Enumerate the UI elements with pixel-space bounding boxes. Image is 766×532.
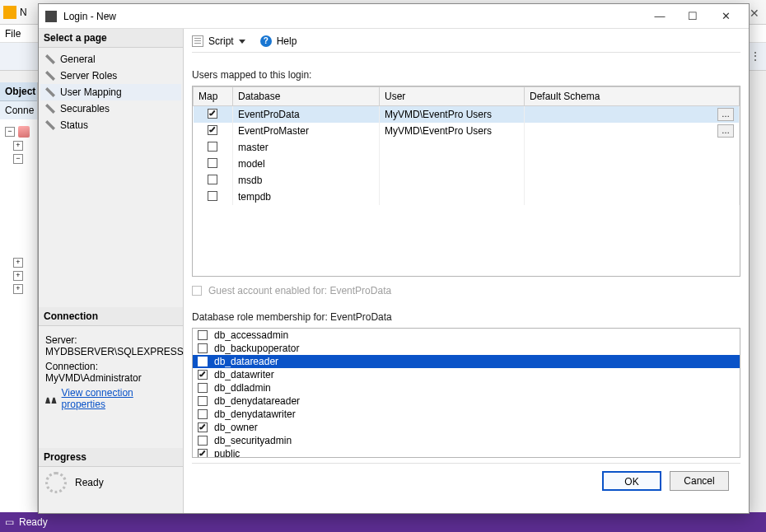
progress-header: Progress — [39, 448, 183, 467]
role-item[interactable]: db_denydatawriter — [193, 408, 740, 421]
col-user[interactable]: User — [380, 87, 525, 106]
db-cell[interactable]: tempdb — [233, 189, 380, 205]
tree-expand-icon[interactable]: + — [13, 271, 23, 281]
app-icon — [3, 6, 16, 19]
bg-close-x[interactable]: ✕ — [750, 7, 759, 20]
user-cell[interactable] — [380, 139, 525, 156]
bg-title: N — [20, 7, 27, 18]
role-item[interactable]: db_datawriter — [193, 368, 740, 381]
role-checkbox[interactable] — [198, 436, 208, 446]
map-checkbox[interactable] — [208, 175, 217, 184]
db-cell[interactable]: model — [233, 156, 380, 172]
user-cell[interactable] — [380, 189, 525, 205]
tree-collapse-icon[interactable]: − — [13, 154, 23, 164]
role-item[interactable]: public — [193, 447, 740, 458]
map-checkbox[interactable] — [208, 158, 217, 168]
map-checkbox[interactable] — [208, 109, 217, 119]
people-icon — [45, 394, 57, 404]
role-checkbox[interactable] — [198, 409, 208, 419]
schema-cell[interactable] — [525, 172, 740, 189]
role-checkbox[interactable] — [198, 343, 208, 353]
role-checkbox[interactable] — [198, 396, 208, 406]
tree-expand-icon[interactable]: + — [13, 284, 23, 294]
page-item-status[interactable]: Status — [40, 117, 181, 133]
role-item[interactable]: db_accessadmin — [193, 329, 740, 342]
role-checkbox[interactable] — [198, 330, 208, 340]
page-item-user-mapping[interactable]: User Mapping — [40, 84, 181, 100]
map-checkbox[interactable] — [208, 191, 217, 201]
page-item-general[interactable]: General — [40, 51, 181, 68]
db-cell[interactable]: EventProData — [233, 106, 380, 124]
maximize-button[interactable]: ☐ — [676, 7, 709, 26]
role-item[interactable]: db_datareader — [193, 355, 740, 368]
map-checkbox[interactable] — [208, 142, 217, 152]
schema-cell[interactable]: … — [525, 123, 740, 139]
mapping-row[interactable]: msdb — [194, 172, 740, 189]
schema-cell[interactable] — [525, 189, 740, 205]
user-cell[interactable] — [380, 172, 525, 189]
mapping-row[interactable]: tempdb — [194, 189, 740, 205]
schema-browse-button[interactable]: … — [717, 108, 734, 121]
dialog-titlebar[interactable]: Login - New — ☐ ✕ — [39, 4, 749, 29]
role-name: public — [214, 448, 240, 458]
mapping-row[interactable]: EventProDataMyVMD\EventPro Users… — [194, 106, 740, 124]
roles-label: Database role membership for: EventProDa… — [192, 311, 740, 323]
mapping-row[interactable]: model — [194, 156, 740, 172]
db-cell[interactable]: master — [233, 139, 380, 156]
help-button[interactable]: Help — [277, 35, 297, 47]
role-name: db_datawriter — [214, 369, 274, 380]
col-map[interactable]: Map — [194, 87, 233, 106]
menu-file[interactable]: File — [5, 28, 21, 40]
role-checkbox[interactable] — [198, 422, 208, 432]
map-checkbox[interactable] — [208, 125, 217, 135]
schema-cell[interactable] — [525, 156, 740, 172]
role-checkbox[interactable] — [198, 370, 208, 380]
tree-collapse-icon[interactable]: − — [5, 127, 15, 137]
db-cell[interactable]: msdb — [233, 172, 380, 189]
minimize-button[interactable]: — — [643, 7, 676, 26]
server-label: Server: — [45, 334, 176, 346]
role-item[interactable]: db_backupoperator — [193, 342, 740, 355]
script-icon — [192, 35, 203, 47]
login-dialog: Login - New — ☐ ✕ Select a page GeneralS… — [38, 3, 750, 514]
page-item-securables[interactable]: Securables — [40, 100, 181, 117]
statusbar-text: Ready — [19, 516, 48, 528]
col-schema[interactable]: Default Schema — [525, 87, 740, 106]
col-database[interactable]: Database — [233, 87, 380, 106]
server-icon — [18, 126, 30, 138]
schema-browse-button[interactable]: … — [717, 124, 734, 138]
schema-cell[interactable] — [525, 139, 740, 156]
ok-button[interactable]: OK — [602, 471, 661, 491]
tree-expand-icon[interactable]: + — [13, 258, 23, 268]
object-explorer-connect[interactable]: Conne — [0, 101, 37, 119]
schema-cell[interactable]: … — [525, 106, 740, 124]
role-checkbox[interactable] — [198, 449, 208, 458]
db-cell[interactable]: EventProMaster — [233, 123, 380, 139]
mapping-row[interactable]: master — [194, 139, 740, 156]
role-item[interactable]: db_ddladmin — [193, 381, 740, 394]
cancel-button[interactable]: Cancel — [670, 471, 729, 491]
mapping-row[interactable]: EventProMasterMyVMD\EventPro Users… — [194, 123, 740, 139]
user-cell[interactable]: MyVMD\EventPro Users — [380, 123, 525, 139]
wrench-icon — [45, 71, 55, 81]
roles-list[interactable]: db_accessadmindb_backupoperatordb_datare… — [192, 328, 740, 458]
role-checkbox[interactable] — [198, 383, 208, 393]
close-button[interactable]: ✕ — [709, 7, 742, 26]
toolbar-overflow-icon[interactable]: ⋮ — [750, 49, 761, 63]
user-cell[interactable]: MyVMD\EventPro Users — [380, 106, 525, 124]
role-item[interactable]: db_denydatareader — [193, 394, 740, 408]
tree-expand-icon[interactable]: + — [13, 141, 23, 151]
guest-checkbox — [192, 286, 202, 296]
page-item-label: Securables — [60, 103, 110, 114]
select-page-header: Select a page — [39, 29, 183, 48]
role-item[interactable]: db_owner — [193, 421, 740, 434]
page-item-server-roles[interactable]: Server Roles — [40, 68, 181, 84]
user-mapping-grid[interactable]: Map Database User Default Schema EventPr… — [192, 86, 740, 277]
script-dropdown-icon[interactable] — [239, 40, 245, 44]
role-checkbox[interactable] — [198, 357, 208, 366]
role-item[interactable]: db_securityadmin — [193, 434, 740, 447]
view-connection-properties-link[interactable]: View connection properties — [45, 387, 176, 410]
script-button[interactable]: Script — [208, 35, 234, 47]
role-name: db_backupoperator — [214, 343, 299, 354]
user-cell[interactable] — [380, 156, 525, 172]
